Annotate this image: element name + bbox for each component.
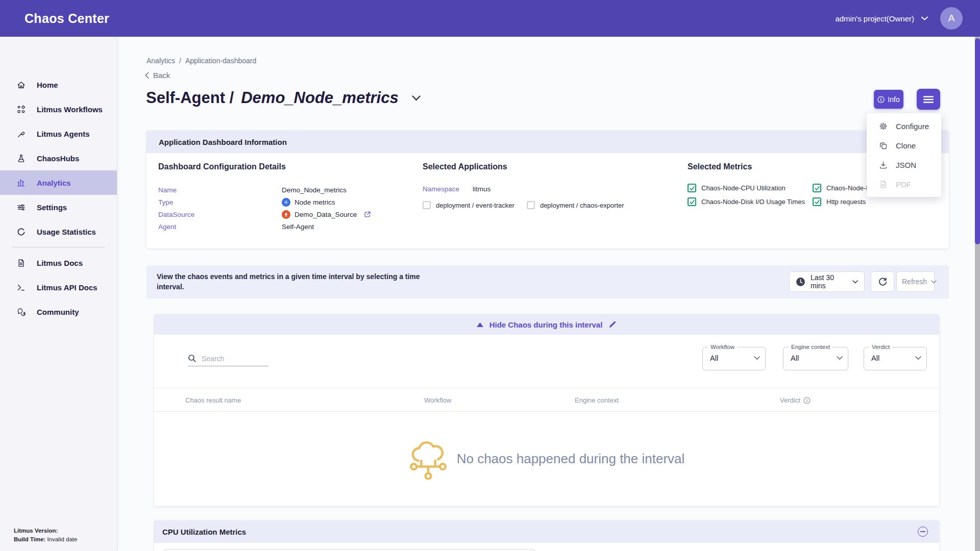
dashboard-menu-button[interactable] xyxy=(917,89,940,110)
dashboard-actions-menu: Configure Clone JSON PDF xyxy=(867,113,941,197)
scrollbar-track[interactable] xyxy=(975,37,980,551)
dashboard-information-header: Application Dashboard Information xyxy=(146,131,949,153)
name-value: Demo_Node_metrics xyxy=(282,186,347,194)
sidebar-item-community[interactable]: Community xyxy=(0,299,117,324)
avatar-initial: A xyxy=(948,13,955,24)
column-workflow: Workflow xyxy=(424,396,451,404)
collapse-minus-icon[interactable] xyxy=(918,527,928,537)
search-field xyxy=(188,354,268,366)
sidebar-item-label: ChaosHubs xyxy=(37,154,79,163)
project-name: admin's project(Owner) xyxy=(835,14,914,23)
time-interval-bar: View the chaos events and metrics in a g… xyxy=(146,265,949,298)
time-range-value: Last 30 mins xyxy=(811,273,847,290)
checkbox-http-requests[interactable] xyxy=(813,197,821,206)
info-button-label: Info xyxy=(888,95,899,104)
breadcrumb-analytics[interactable]: Analytics xyxy=(146,57,175,65)
chevron-down-icon xyxy=(852,280,858,284)
scrollbar-thumb[interactable] xyxy=(975,38,980,244)
checkbox-cpu-utilization[interactable] xyxy=(688,184,696,192)
sidebar-item-label: Community xyxy=(37,308,79,316)
build-time-label: Build Time: xyxy=(14,536,45,542)
collapse-triangle-icon[interactable] xyxy=(477,322,483,327)
sidebar-item-label: Litmus Docs xyxy=(37,259,83,267)
menu-item-configure[interactable]: Configure xyxy=(867,116,941,136)
column-engine-context: Engine context xyxy=(575,396,619,404)
usage-arc-icon xyxy=(16,227,26,236)
name-label: Name xyxy=(158,186,282,194)
workflow-filter-label: Workflow xyxy=(708,344,737,350)
cpu-chart-panel xyxy=(163,549,536,551)
cpu-utilization-header: CPU Utilization Metrics xyxy=(154,520,939,543)
cpu-utilization-title: CPU Utilization Metrics xyxy=(162,528,246,536)
verdict-filter-label: Verdict xyxy=(869,344,892,350)
time-range-button[interactable]: Last 30 mins xyxy=(789,271,865,292)
application-options-row: deployment / event-tracker deployment / … xyxy=(423,201,624,209)
config-row-type: Type Node metrics xyxy=(158,196,371,208)
pen-icon xyxy=(16,129,26,138)
table-header-row: Chaos result name Workflow Engine contex… xyxy=(154,388,939,412)
title-agent: Self-Agent / xyxy=(146,89,234,107)
sidebar-item-litmus-docs[interactable]: Litmus Docs xyxy=(0,251,117,275)
checkbox-event-tracker[interactable] xyxy=(423,201,431,209)
checkbox-disk-usage-times[interactable] xyxy=(688,197,696,206)
sidebar-item-home[interactable]: Home xyxy=(0,72,117,97)
breadcrumb-separator: / xyxy=(179,57,181,65)
config-row-name: Name Demo_Node_metrics xyxy=(158,184,371,196)
sidebar-item-litmus-workflows[interactable]: Litmus Workflows xyxy=(0,97,117,121)
verdict-info-icon[interactable] xyxy=(803,397,811,404)
avatar[interactable]: A xyxy=(940,7,963,30)
chevron-down-icon xyxy=(915,356,921,360)
sidebar-item-chaoshubs[interactable]: ChaosHubs xyxy=(0,146,117,170)
dashboard-switcher-chevron-icon[interactable] xyxy=(412,95,421,101)
refresh-interval-select[interactable]: Refresh xyxy=(896,271,935,292)
sidebar-divider xyxy=(12,247,105,247)
configuration-details-title: Dashboard Configuration Details xyxy=(158,162,371,171)
sidebar: Home Litmus Workflows Litmus Agents Chao… xyxy=(0,37,117,551)
selected-applications-column: Selected Applications Namespace litmus d… xyxy=(423,162,624,209)
column-verdict: Verdict xyxy=(780,396,811,404)
project-switcher[interactable]: admin's project(Owner) xyxy=(835,14,928,23)
checkbox-chaos-exporter[interactable] xyxy=(527,201,535,209)
engine-context-filter-label: Engine context xyxy=(789,344,832,350)
workflow-filter-select[interactable]: Workflow All xyxy=(702,347,766,370)
menu-item-label: Clone xyxy=(896,141,916,150)
checkbox-disk-usage-rw[interactable] xyxy=(813,184,821,192)
menu-item-label: PDF xyxy=(896,180,911,189)
back-button[interactable]: Back xyxy=(145,71,170,80)
refresh-now-button[interactable] xyxy=(871,271,894,292)
prometheus-icon xyxy=(282,210,290,219)
sidebar-item-analytics[interactable]: Analytics xyxy=(0,170,117,195)
menu-item-clone[interactable]: Clone xyxy=(867,136,941,155)
breadcrumb-current: Application-dashboard xyxy=(185,57,256,65)
namespace-label: Namespace xyxy=(423,185,459,193)
menu-item-json[interactable]: JSON xyxy=(867,155,941,174)
file-icon xyxy=(879,180,888,189)
info-button[interactable]: Info xyxy=(874,90,903,109)
menu-item-label: Configure xyxy=(896,122,929,131)
download-icon xyxy=(879,161,888,169)
refresh-cycle-icon xyxy=(878,277,888,287)
type-label: Type xyxy=(158,198,282,206)
metric-option: Chaos-Node-Disk I/O Usage Times xyxy=(688,197,813,206)
interval-description: View the chaos events and metrics in a g… xyxy=(157,271,435,292)
app-title: Chaos Center xyxy=(24,11,109,26)
sidebar-item-litmus-agents[interactable]: Litmus Agents xyxy=(0,121,117,146)
sidebar-item-usage-statistics[interactable]: Usage Statistics xyxy=(0,219,117,244)
menu-item-pdf[interactable]: PDF xyxy=(867,174,941,194)
config-row-agent: Agent Self-Agent xyxy=(158,220,371,233)
chaos-center-app: Chaos Center admin's project(Owner) A Ho… xyxy=(0,0,980,551)
workflows-icon xyxy=(16,105,26,114)
litmus-version-label: Litmus Version: xyxy=(14,528,58,534)
sidebar-item-settings[interactable]: Settings xyxy=(0,195,117,219)
edit-pencil-icon[interactable] xyxy=(608,320,617,329)
chat-bubbles-icon xyxy=(16,307,26,316)
back-label: Back xyxy=(153,71,170,80)
search-input[interactable] xyxy=(202,355,263,363)
engine-context-filter-select[interactable]: Engine context All xyxy=(783,347,848,370)
sidebar-item-label: Litmus Agents xyxy=(37,130,90,138)
sidebar-item-label: Litmus API Docs xyxy=(37,283,97,292)
external-link-icon[interactable] xyxy=(364,211,371,218)
sidebar-item-litmus-api-docs[interactable]: Litmus API Docs xyxy=(0,275,117,299)
metric-option: Http requests xyxy=(813,197,925,206)
verdict-filter-select[interactable]: Verdict All xyxy=(864,347,927,370)
